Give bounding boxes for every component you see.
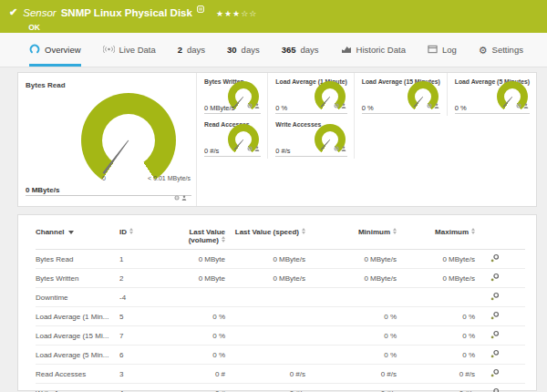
channel-settings-icon[interactable] xyxy=(480,269,525,288)
channel-settings-icon[interactable] xyxy=(480,346,525,365)
col-channel[interactable]: Channel xyxy=(36,224,119,250)
person-icon[interactable] xyxy=(523,96,529,112)
gauge-action-icons[interactable] xyxy=(427,96,439,112)
maximum-value: 0 MByte/s xyxy=(402,250,480,269)
last-value-volume xyxy=(158,288,231,307)
person-icon[interactable] xyxy=(434,96,439,112)
col-label: Maximum xyxy=(435,228,469,236)
channel-settings-icon[interactable] xyxy=(480,326,525,346)
channel-id: 7 xyxy=(119,326,158,346)
table-row: Bytes Written20 MByte0 MByte/s0 MByte/s0… xyxy=(36,269,525,288)
tab-2-days[interactable]: 2 days xyxy=(178,33,205,67)
channel-name: Load Average (1 Min... xyxy=(36,307,119,326)
tab-bar: Overview Live Data 2 days 30 days 365 da… xyxy=(0,33,547,67)
live-signal-icon xyxy=(103,45,115,56)
tab-settings[interactable]: ⚙ Settings xyxy=(479,33,523,67)
gear-icon[interactable] xyxy=(334,96,339,112)
tab-log[interactable]: Log xyxy=(428,33,457,67)
gear-icon: ⚙ xyxy=(479,46,488,55)
tab-number: 2 xyxy=(178,45,182,55)
tab-30-days[interactable]: 30 days xyxy=(227,33,260,67)
channel-name: Downtime xyxy=(36,288,119,307)
channel-name: Read Accesses xyxy=(36,365,119,384)
star-filled-icon[interactable]: ★ xyxy=(224,9,232,18)
divider xyxy=(275,156,346,157)
gauge-action-icons[interactable] xyxy=(174,188,187,204)
channel-id: 4 xyxy=(119,384,158,392)
tab-number: 365 xyxy=(282,45,296,55)
tab-label: Log xyxy=(442,45,457,55)
sort-icon xyxy=(471,228,475,234)
last-value-volume: 0 MByte xyxy=(158,269,231,288)
tab-number: 30 xyxy=(227,45,237,55)
gear-icon[interactable] xyxy=(247,139,253,155)
col-minimum[interactable]: Minimum xyxy=(311,224,402,250)
gauge-action-icons[interactable] xyxy=(247,139,260,155)
gauge-arc-icon xyxy=(29,44,40,56)
tab-365-days[interactable]: 365 days xyxy=(282,33,319,67)
gear-icon[interactable] xyxy=(427,96,432,112)
small-gauge-cell: Write Accesses0 #/s xyxy=(268,116,354,159)
channel-id: 6 xyxy=(119,346,158,365)
star-filled-icon[interactable]: ★ xyxy=(216,9,224,18)
tab-label: days xyxy=(301,45,319,55)
col-last-value-speed[interactable]: Last Value (speed) xyxy=(231,224,311,250)
last-value-volume: 0 % xyxy=(158,326,231,346)
last-value-volume: 0 % xyxy=(158,346,231,365)
gauge-action-icons[interactable] xyxy=(334,96,346,112)
maximum-value: 0 % xyxy=(402,307,480,326)
page-title: SNMP Linux Physical Disk xyxy=(61,7,192,19)
tab-label: Live Data xyxy=(119,45,156,55)
person-icon[interactable] xyxy=(341,139,346,155)
gauge-action-icons[interactable] xyxy=(247,96,260,112)
sort-icon xyxy=(222,236,225,242)
status-badge: OK xyxy=(28,23,40,32)
sensor-kind-label: Sensor xyxy=(23,7,56,19)
window-icon xyxy=(428,45,438,56)
channel-settings-icon[interactable] xyxy=(480,250,525,269)
col-maximum[interactable]: Maximum xyxy=(402,224,480,250)
person-icon[interactable] xyxy=(254,139,260,155)
col-label: ID xyxy=(119,228,127,236)
maximum-value: 0 MByte/s xyxy=(402,269,480,288)
gauge-action-icons[interactable] xyxy=(516,96,529,112)
channel-id: 5 xyxy=(119,307,158,326)
channel-settings-icon[interactable] xyxy=(480,365,525,384)
channel-settings-icon[interactable] xyxy=(480,307,525,326)
tab-live-data[interactable]: Live Data xyxy=(103,33,156,67)
content-area: Bytes Read 0 < 0.01 MByte/s 0 MByte/s By… xyxy=(0,67,547,391)
col-last-value-volume[interactable]: Last Value (volume) xyxy=(158,224,231,250)
small-gauge-cell: Load Average (1 Minute)0 % xyxy=(268,73,354,116)
maximum-value: 0 #/s xyxy=(402,365,480,384)
tab-overview[interactable]: Overview xyxy=(29,33,81,67)
col-id[interactable]: ID xyxy=(119,224,158,250)
gear-icon[interactable] xyxy=(247,96,253,112)
gear-icon[interactable] xyxy=(174,188,180,204)
channel-settings-icon[interactable] xyxy=(480,288,525,307)
divider xyxy=(26,195,191,196)
gauge-value: 0 % xyxy=(455,104,467,112)
gear-icon[interactable] xyxy=(516,96,521,112)
last-value-speed xyxy=(231,346,311,365)
star-filled-icon[interactable]: ★ xyxy=(232,9,241,18)
gauge-value: 0 % xyxy=(362,104,374,112)
gauge-action-icons[interactable] xyxy=(334,139,346,155)
minimum-value: 0 % xyxy=(311,326,402,346)
last-value-speed xyxy=(231,326,311,346)
star-empty-icon[interactable]: ☆ xyxy=(241,9,249,18)
channel-settings-icon[interactable] xyxy=(480,384,525,392)
person-icon[interactable] xyxy=(254,96,260,112)
star-empty-icon[interactable]: ☆ xyxy=(249,9,257,18)
tab-historic-data[interactable]: Historic Data xyxy=(341,33,406,67)
sort-desc-icon xyxy=(68,231,74,234)
last-value-speed: 0 #/s xyxy=(231,365,311,384)
gear-icon[interactable] xyxy=(334,139,339,155)
person-icon[interactable] xyxy=(181,188,187,204)
channel-name: Bytes Written xyxy=(36,269,119,288)
person-icon[interactable] xyxy=(341,96,346,112)
gauge-value: 0 #/s xyxy=(275,147,290,155)
maximum-value: 0 #/s xyxy=(402,384,480,392)
chart-icon xyxy=(341,45,352,56)
gauge-value: 0 % xyxy=(275,104,287,112)
star-rating[interactable]: ★★★☆☆ xyxy=(216,8,257,20)
